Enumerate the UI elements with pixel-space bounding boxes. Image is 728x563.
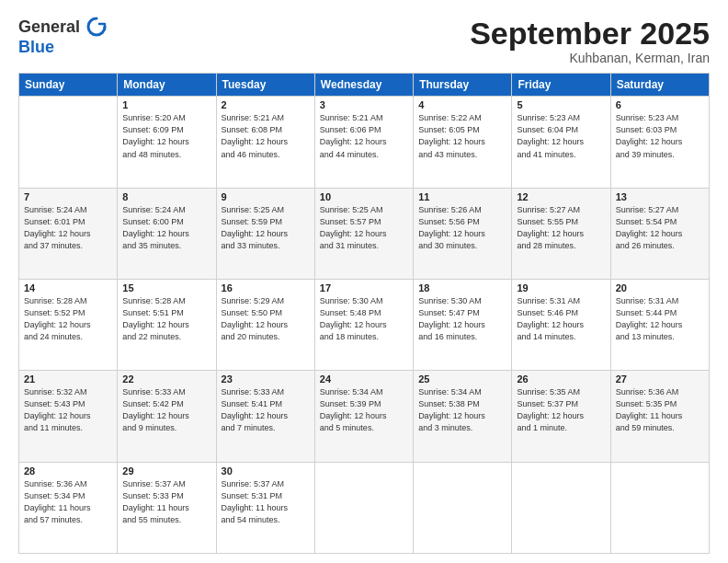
calendar-cell [19,97,118,188]
calendar-cell: 19Sunrise: 5:31 AMSunset: 5:46 PMDayligh… [512,280,610,371]
day-number: 19 [517,282,605,293]
day-info: Sunrise: 5:32 AMSunset: 5:43 PMDaylight:… [24,386,112,434]
calendar-cell: 4Sunrise: 5:22 AMSunset: 6:05 PMDaylight… [414,97,512,188]
calendar-cell: 29Sunrise: 5:37 AMSunset: 5:33 PMDayligh… [118,462,216,553]
calendar-cell: 28Sunrise: 5:36 AMSunset: 5:34 PMDayligh… [19,462,118,553]
day-info: Sunrise: 5:33 AMSunset: 5:42 PMDaylight:… [122,386,210,434]
day-info: Sunrise: 5:31 AMSunset: 5:46 PMDaylight:… [517,295,605,343]
day-number: 4 [418,99,506,110]
day-number: 26 [517,373,605,385]
day-number: 22 [122,373,210,385]
month-title: September 2025 [470,17,710,51]
weekday-header-saturday: Saturday [610,74,709,97]
day-info: Sunrise: 5:25 AMSunset: 5:59 PMDaylight:… [222,204,310,252]
calendar-cell: 26Sunrise: 5:35 AMSunset: 5:37 PMDayligh… [512,371,610,462]
day-info: Sunrise: 5:27 AMSunset: 5:55 PMDaylight:… [517,204,605,252]
calendar-cell: 25Sunrise: 5:34 AMSunset: 5:38 PMDayligh… [414,371,512,462]
calendar-cell: 3Sunrise: 5:21 AMSunset: 6:06 PMDaylight… [314,97,413,188]
calendar-cell: 10Sunrise: 5:25 AMSunset: 5:57 PMDayligh… [314,188,413,279]
day-number: 1 [122,99,210,110]
day-number: 30 [222,465,310,477]
day-info: Sunrise: 5:23 AMSunset: 6:04 PMDaylight:… [517,112,605,160]
day-number: 5 [517,99,605,110]
day-number: 16 [222,282,310,293]
calendar-cell: 2Sunrise: 5:21 AMSunset: 6:08 PMDaylight… [216,97,314,188]
day-number: 14 [24,282,112,293]
day-number: 8 [122,191,210,202]
calendar-cell: 21Sunrise: 5:32 AMSunset: 5:43 PMDayligh… [19,371,118,462]
calendar-cell: 16Sunrise: 5:29 AMSunset: 5:50 PMDayligh… [216,280,314,371]
calendar-cell: 1Sunrise: 5:20 AMSunset: 6:09 PMDaylight… [118,97,216,188]
day-info: Sunrise: 5:36 AMSunset: 5:35 PMDaylight:… [616,386,704,434]
day-info: Sunrise: 5:37 AMSunset: 5:33 PMDaylight:… [122,478,210,526]
weekday-header-monday: Monday [118,74,216,97]
day-info: Sunrise: 5:22 AMSunset: 6:05 PMDaylight:… [418,112,506,160]
calendar-cell: 20Sunrise: 5:31 AMSunset: 5:44 PMDayligh… [610,280,709,371]
day-info: Sunrise: 5:28 AMSunset: 5:52 PMDaylight:… [24,295,112,343]
calendar-cell: 14Sunrise: 5:28 AMSunset: 5:52 PMDayligh… [19,280,118,371]
calendar-cell: 30Sunrise: 5:37 AMSunset: 5:31 PMDayligh… [216,462,314,553]
day-info: Sunrise: 5:34 AMSunset: 5:39 PMDaylight:… [320,386,408,434]
calendar-cell: 17Sunrise: 5:30 AMSunset: 5:48 PMDayligh… [314,280,413,371]
day-number: 29 [122,465,210,477]
day-number: 21 [24,373,112,385]
calendar-cell [314,462,413,553]
day-number: 7 [24,191,112,202]
header: General Blue September 2025 Kuhbanan, Ke… [18,17,710,65]
day-number: 27 [616,373,704,385]
day-info: Sunrise: 5:34 AMSunset: 5:38 PMDaylight:… [418,386,506,434]
weekday-header-tuesday: Tuesday [216,74,314,97]
logo-blue-text: Blue [18,39,107,57]
calendar-cell [610,462,709,553]
calendar-cell: 23Sunrise: 5:33 AMSunset: 5:41 PMDayligh… [216,371,314,462]
day-info: Sunrise: 5:21 AMSunset: 6:08 PMDaylight:… [222,112,310,160]
calendar-cell: 13Sunrise: 5:27 AMSunset: 5:54 PMDayligh… [610,188,709,279]
calendar-table: SundayMondayTuesdayWednesdayThursdayFrid… [18,73,710,554]
day-info: Sunrise: 5:33 AMSunset: 5:41 PMDaylight:… [222,386,310,434]
day-number: 11 [418,191,506,202]
day-number: 12 [517,191,605,202]
calendar-cell: 22Sunrise: 5:33 AMSunset: 5:42 PMDayligh… [118,371,216,462]
day-info: Sunrise: 5:24 AMSunset: 6:00 PMDaylight:… [122,204,210,252]
day-info: Sunrise: 5:21 AMSunset: 6:06 PMDaylight:… [320,112,408,160]
day-number: 9 [222,191,310,202]
day-number: 2 [222,99,310,110]
day-info: Sunrise: 5:24 AMSunset: 6:01 PMDaylight:… [24,204,112,252]
day-number: 18 [418,282,506,293]
calendar-cell: 27Sunrise: 5:36 AMSunset: 5:35 PMDayligh… [610,371,709,462]
weekday-header-sunday: Sunday [19,74,118,97]
day-info: Sunrise: 5:35 AMSunset: 5:37 PMDaylight:… [517,386,605,434]
logo: General Blue [18,17,107,57]
day-number: 28 [24,465,112,477]
location-text: Kuhbanan, Kerman, Iran [470,51,710,65]
day-number: 6 [616,99,704,110]
calendar-cell: 24Sunrise: 5:34 AMSunset: 5:39 PMDayligh… [314,371,413,462]
day-info: Sunrise: 5:25 AMSunset: 5:57 PMDaylight:… [320,204,408,252]
logo-icon [86,17,107,37]
day-info: Sunrise: 5:36 AMSunset: 5:34 PMDaylight:… [24,478,112,526]
weekday-header-friday: Friday [512,74,610,97]
day-number: 15 [122,282,210,293]
weekday-header-thursday: Thursday [414,74,512,97]
day-number: 20 [616,282,704,293]
day-info: Sunrise: 5:23 AMSunset: 6:03 PMDaylight:… [616,112,704,160]
day-info: Sunrise: 5:27 AMSunset: 5:54 PMDaylight:… [616,204,704,252]
day-info: Sunrise: 5:30 AMSunset: 5:48 PMDaylight:… [320,295,408,343]
calendar-cell: 6Sunrise: 5:23 AMSunset: 6:03 PMDaylight… [610,97,709,188]
day-number: 13 [616,191,704,202]
calendar-cell: 18Sunrise: 5:30 AMSunset: 5:47 PMDayligh… [414,280,512,371]
calendar-cell: 8Sunrise: 5:24 AMSunset: 6:00 PMDaylight… [118,188,216,279]
calendar-cell: 11Sunrise: 5:26 AMSunset: 5:56 PMDayligh… [414,188,512,279]
calendar-cell [414,462,512,553]
calendar-cell: 5Sunrise: 5:23 AMSunset: 6:04 PMDaylight… [512,97,610,188]
day-number: 17 [320,282,408,293]
calendar-cell: 15Sunrise: 5:28 AMSunset: 5:51 PMDayligh… [118,280,216,371]
weekday-header-wednesday: Wednesday [314,74,413,97]
calendar-cell: 9Sunrise: 5:25 AMSunset: 5:59 PMDaylight… [216,188,314,279]
day-info: Sunrise: 5:20 AMSunset: 6:09 PMDaylight:… [122,112,210,160]
day-number: 23 [222,373,310,385]
day-info: Sunrise: 5:37 AMSunset: 5:31 PMDaylight:… [222,478,310,526]
day-info: Sunrise: 5:31 AMSunset: 5:44 PMDaylight:… [616,295,704,343]
title-block: September 2025 Kuhbanan, Kerman, Iran [470,17,710,65]
day-number: 3 [320,99,408,110]
